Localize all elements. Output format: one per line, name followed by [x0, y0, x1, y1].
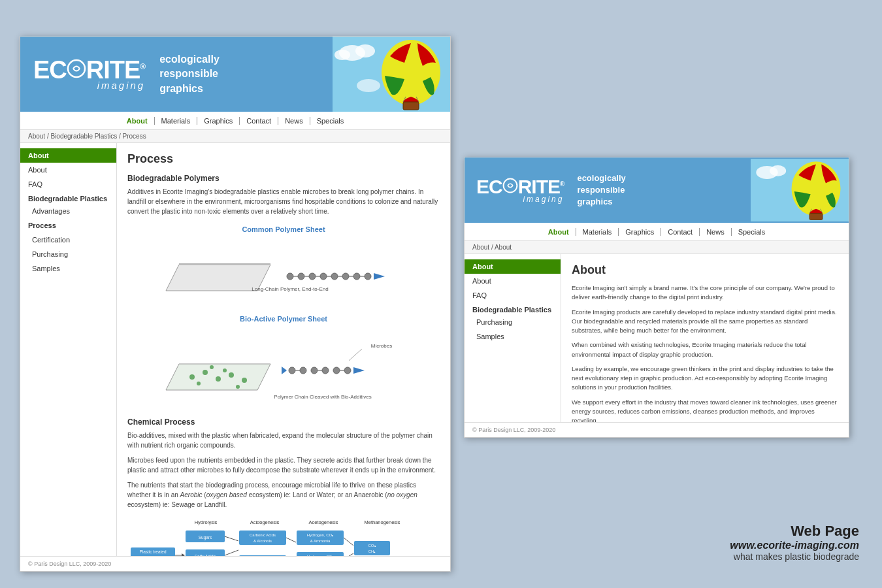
svg-point-9: [357, 79, 380, 92]
nav-news-right[interactable]: News: [700, 228, 732, 236]
sidebar-purchasing-right[interactable]: Purchasing: [465, 315, 561, 329]
footer-left: © Paris Design LLC, 2009-2020: [20, 556, 450, 571]
svg-line-84: [344, 538, 353, 546]
svg-point-26: [365, 273, 371, 280]
logo-name-right: EC RITE® imaging: [476, 177, 564, 204]
about-para5: We support every effort in the industry …: [572, 398, 838, 426]
svg-point-7: [355, 44, 375, 57]
svg-point-34: [197, 382, 201, 385]
nav-left[interactable]: About Materials Graphics Contact News Sp…: [20, 112, 450, 130]
diagram1-left: Common Polymer Sheet: [127, 225, 440, 306]
logo-tagline-left: ecologicallyresponsiblegraphics: [159, 52, 220, 96]
svg-text:Carbonic Acids: Carbonic Acids: [250, 533, 276, 537]
right-screenshot: EC RITE® imaging ecologicallyresponsible…: [464, 157, 849, 438]
svg-point-22: [342, 273, 349, 280]
svg-point-44: [311, 367, 318, 374]
svg-point-14: [298, 273, 304, 280]
footer-right: © Paris Design LLC, 2009-2020: [465, 422, 849, 437]
nav-about-left[interactable]: About: [120, 117, 155, 125]
svg-text:Plastic treated: Plastic treated: [139, 549, 167, 554]
nav-materials-right[interactable]: Materials: [576, 228, 619, 236]
sidebar-faq-left[interactable]: FAQ: [20, 177, 116, 191]
diagram2-left: Bio-Active Polymer Sheet Microbes: [127, 315, 440, 408]
about-para2: Ecorite Imaging products are carefully d…: [572, 308, 838, 336]
nav-contact-right[interactable]: Contact: [661, 228, 700, 236]
page-body-left: About About FAQ Biodegradable Plastics A…: [20, 143, 450, 572]
page-title-left: Process: [127, 152, 440, 166]
svg-point-33: [242, 378, 247, 383]
bottom-label-line2: www.ecorite-imaging.com: [730, 540, 859, 551]
logo-left: EC RITE® imaging ecologicallyresponsible…: [33, 52, 220, 96]
nav-graphics-right[interactable]: Graphics: [619, 228, 661, 236]
about-para4: Leading by example, we encourage green t…: [572, 365, 838, 393]
svg-text:CO₂: CO₂: [368, 544, 376, 547]
bottom-label-line1: Web Page: [730, 523, 859, 540]
svg-line-39: [349, 349, 362, 361]
sidebar-process-left[interactable]: Process: [20, 218, 116, 233]
svg-point-41: [289, 367, 295, 374]
section2-title-left: Chemical Process: [127, 417, 440, 427]
balloon-right: [751, 157, 849, 223]
svg-point-89: [503, 178, 517, 192]
sidebar-about-right[interactable]: About: [465, 274, 561, 288]
svg-text:& Alcohols: & Alcohols: [253, 539, 272, 543]
para1-left: Bio-additives, mixed with the plastic wh…: [127, 431, 440, 450]
svg-point-96: [770, 165, 786, 176]
sidebar-purchasing-left[interactable]: Purchasing: [20, 247, 116, 261]
sidebar-about-active-left[interactable]: About: [20, 148, 116, 163]
sidebar-faq-right[interactable]: FAQ: [465, 288, 561, 302]
nav-graphics-left[interactable]: Graphics: [197, 117, 240, 125]
sidebar-left: About About FAQ Biodegradable Plastics A…: [20, 143, 117, 572]
svg-line-76: [286, 538, 296, 542]
svg-text:Microbes: Microbes: [371, 343, 392, 349]
sidebar-certification-left[interactable]: Certification: [20, 233, 116, 247]
svg-text:Hydrolysis: Hydrolysis: [195, 519, 218, 525]
nav-contact-left[interactable]: Contact: [240, 117, 278, 125]
site-header-right: EC RITE® imaging ecologicallyresponsible…: [465, 157, 849, 223]
sidebar-about-left[interactable]: About: [20, 163, 116, 177]
chain-label-left: Long-Chain Polymer, End-to-End: [252, 286, 328, 292]
sidebar-samples-left[interactable]: Samples: [20, 261, 116, 276]
logo-tagline-right: ecologicallyresponsiblegraphics: [577, 172, 625, 208]
nav-materials-left[interactable]: Materials: [155, 117, 198, 125]
logo-brand-right: EC RITE®: [476, 177, 564, 197]
sidebar-right: About About FAQ Biodegradable Plastics P…: [465, 254, 561, 438]
page-title-right: About: [572, 263, 838, 277]
svg-text:Acetogenesis: Acetogenesis: [308, 519, 338, 525]
svg-text:Sugars: Sugars: [199, 535, 212, 540]
diagram2-svg-left: Microbes: [146, 328, 421, 406]
svg-point-18: [320, 273, 327, 280]
svg-text:& Ammonia: & Ammonia: [310, 539, 331, 543]
logo-brand-left: EC RITE®: [33, 57, 145, 82]
section1-body-left: Additives in Ecorite Imaging's biodegrad…: [127, 187, 440, 216]
svg-point-32: [229, 372, 234, 378]
sidebar-samples-right[interactable]: Samples: [465, 329, 561, 344]
svg-point-20: [331, 273, 338, 280]
nav-news-left[interactable]: News: [278, 117, 310, 125]
svg-point-37: [236, 385, 240, 389]
svg-point-49: [344, 367, 351, 374]
site-header-left: EC RITE® imaging ecologicallyresponsible…: [20, 37, 450, 112]
about-para3: When combined with existing technologies…: [572, 340, 838, 359]
sidebar-biodeg-right: Biodegradable Plastics: [465, 302, 561, 315]
nav-specials-right[interactable]: Specials: [732, 228, 772, 236]
svg-text:CH₄: CH₄: [368, 549, 376, 553]
svg-text:Polymer Chain Cleaved with Bio: Polymer Chain Cleaved with Bio-Additives: [274, 394, 371, 400]
svg-point-0: [68, 60, 85, 77]
section1-title-left: Biodegradable Polymers: [127, 174, 440, 183]
left-screenshot: EC RITE® imaging ecologicallyresponsible…: [20, 36, 451, 572]
svg-rect-3: [403, 102, 419, 110]
svg-line-68: [225, 550, 238, 555]
svg-point-31: [216, 376, 221, 382]
para2-left: Microbes feed upon the nutrients embedde…: [127, 455, 440, 475]
breadcrumb-right: About / About: [465, 241, 849, 254]
nav-specials-left[interactable]: Specials: [310, 117, 351, 125]
sidebar-about-active-right[interactable]: About: [465, 259, 561, 274]
nav-about-right[interactable]: About: [542, 228, 576, 236]
svg-point-8: [335, 50, 350, 60]
sidebar-advantages-left[interactable]: Advantages: [20, 204, 116, 218]
svg-point-24: [353, 273, 360, 280]
nav-right[interactable]: About Materials Graphics Contact News Sp…: [465, 223, 849, 241]
svg-point-35: [210, 365, 214, 369]
main-content-right: About Ecorite Imaging isn't simply a bra…: [561, 254, 849, 438]
